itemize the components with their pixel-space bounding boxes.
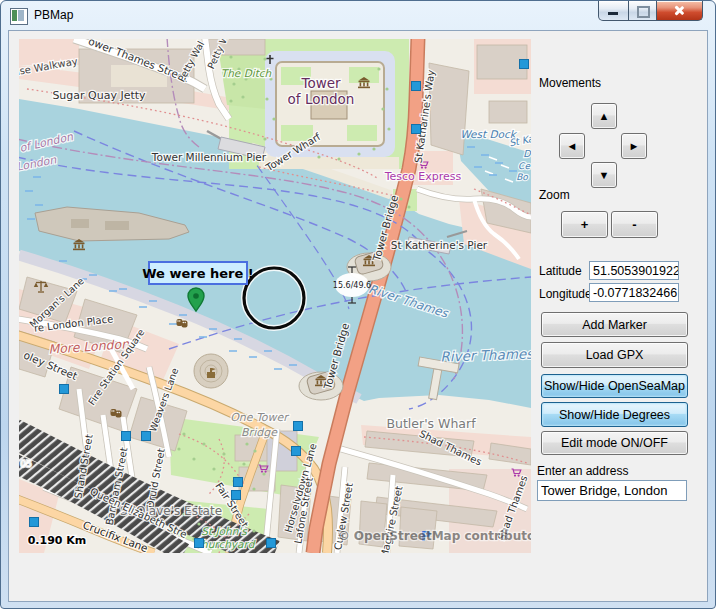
- map-label: Bo: [516, 172, 528, 182]
- app-icon: [10, 8, 28, 25]
- caption-buttons: [598, 1, 703, 21]
- address-input[interactable]: [537, 480, 687, 501]
- client-area: 15.6/49.6 P use Walkwayower Thames Stree…: [8, 30, 708, 602]
- move-down-button[interactable]: ▼: [591, 162, 617, 188]
- toggle-degrees-button[interactable]: Show/Hide Degrees: [541, 402, 688, 427]
- map-label: Tower Millennium Pier: [151, 151, 267, 163]
- map-label: Tesco Express: [384, 170, 462, 183]
- edit-handle[interactable]: [234, 478, 243, 487]
- maximize-button[interactable]: [629, 1, 656, 21]
- edit-handle[interactable]: [30, 518, 39, 527]
- load-gpx-button[interactable]: Load GPX: [541, 342, 688, 368]
- map-label: Sugar Quay Jetty: [52, 89, 146, 102]
- address-label: Enter an address: [537, 464, 628, 478]
- add-marker-button[interactable]: Add Marker: [541, 312, 688, 337]
- marker-label: We were here !: [142, 262, 254, 284]
- map-label: Ce: [518, 161, 531, 171]
- zoom-in-button[interactable]: +: [561, 211, 608, 238]
- edit-handle[interactable]: [294, 422, 303, 431]
- longitude-label: Longitude: [539, 287, 592, 301]
- map-label: Tower: [300, 75, 341, 91]
- zoom-label: Zoom: [539, 188, 570, 202]
- marker-label-text: We were here !: [142, 266, 254, 281]
- longitude-input[interactable]: [589, 283, 679, 302]
- minimize-button[interactable]: [598, 1, 629, 21]
- edit-handle[interactable]: [412, 82, 421, 91]
- map-label: Bridge: [241, 426, 278, 439]
- move-right-button[interactable]: ►: [621, 133, 647, 159]
- edit-handle[interactable]: [142, 432, 151, 441]
- map-attribution: © OpenStreetMap contributors: [338, 529, 531, 543]
- map-label: D: [523, 148, 531, 159]
- map-scale-text: 0.190 Km: [28, 534, 87, 547]
- map-label: 05: [20, 459, 31, 469]
- map-label: River Thames: [440, 345, 531, 364]
- edit-handle[interactable]: [195, 539, 204, 548]
- close-button[interactable]: [656, 1, 703, 21]
- latitude-label: Latitude: [539, 264, 582, 278]
- edit-handle[interactable]: [122, 432, 131, 441]
- edit-handle[interactable]: [292, 447, 301, 456]
- edit-handle[interactable]: [267, 539, 276, 548]
- titlebar[interactable]: PBMap: [1, 1, 715, 30]
- bridge-clearance-text: 15.6/49.6: [333, 281, 371, 290]
- map-label: The Ditch: [221, 67, 272, 79]
- maximize-icon: [637, 6, 650, 18]
- move-left-button[interactable]: ◄: [559, 133, 585, 159]
- map-label: Butler's Wharf: [386, 416, 476, 431]
- edit-handle[interactable]: [520, 60, 529, 69]
- map-label: St John's: [201, 525, 248, 538]
- latitude-input[interactable]: [589, 261, 679, 280]
- edit-handle[interactable]: [412, 125, 421, 134]
- map-label: One Tower: [230, 411, 290, 424]
- app-window: PBMap: [0, 0, 716, 609]
- map-label: St Katherine's Pier: [391, 239, 488, 251]
- zoom-out-button[interactable]: -: [611, 211, 658, 238]
- minimize-icon: [608, 12, 618, 15]
- window-title: PBMap: [34, 8, 73, 22]
- edit-handle[interactable]: [232, 491, 241, 500]
- movements-label: Movements: [539, 76, 601, 90]
- edit-mode-button[interactable]: Edit mode ON/OFF: [541, 431, 688, 455]
- edit-handle[interactable]: [60, 385, 69, 394]
- toggle-openseamap-button[interactable]: Show/Hide OpenSeaMap: [541, 374, 688, 398]
- move-up-button[interactable]: ▲: [591, 103, 617, 129]
- map-canvas[interactable]: 15.6/49.6 P use Walkwayower Thames Stree…: [19, 39, 531, 553]
- map-label: of London: [288, 91, 355, 107]
